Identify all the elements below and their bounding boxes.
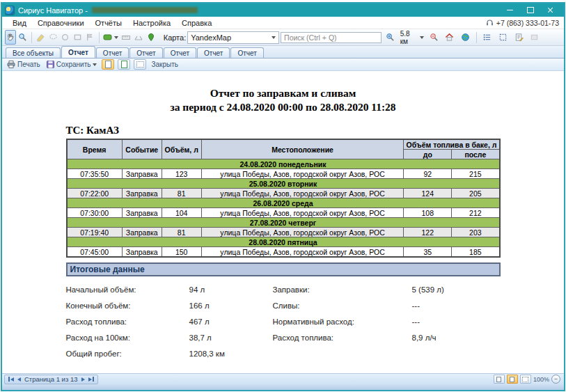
cell-after: 203 (452, 228, 500, 237)
cell-before: 124 (404, 189, 452, 198)
cell-volume: 104 (162, 208, 201, 218)
zoom-in-button[interactable] (383, 30, 398, 45)
menu-help[interactable]: Справка (176, 19, 217, 27)
tab-report-4[interactable]: Отчет (164, 47, 196, 58)
hand-icon (6, 33, 15, 42)
ruler-icon (121, 33, 131, 42)
rect-select-button[interactable] (72, 30, 83, 45)
menu-reports[interactable]: Отчёты (90, 19, 127, 27)
support-phone: +7 (863) 333-01-73 (486, 19, 559, 27)
menu-view[interactable]: Вид (7, 19, 32, 27)
view-single-page-button[interactable] (494, 375, 505, 384)
chevron-down-icon (420, 36, 424, 39)
circle-select-button[interactable] (60, 30, 71, 45)
zoom-out-button[interactable] (427, 30, 441, 45)
day-label: 28.08.2020 пятница (67, 237, 500, 247)
next-page-button[interactable] (81, 377, 85, 382)
disabled-tool-button[interactable] (527, 30, 542, 45)
report-body: Отчет по заправкам и сливам за период с … (66, 71, 501, 366)
cell-event: Заправка (122, 208, 162, 218)
tab-all-objects[interactable]: Все объекты (6, 47, 61, 58)
page-width-button[interactable] (118, 59, 130, 70)
window-bottom-strip (2, 384, 564, 390)
cell-location: улица Победы, Азов, городской округ Азов… (201, 228, 404, 237)
tab-report-6[interactable]: Отчет (230, 47, 263, 58)
ruler-path-button[interactable] (133, 30, 144, 45)
zoom-select-button[interactable] (17, 30, 29, 45)
cell-time: 07:45:00 (67, 247, 123, 258)
day-band: 25.08.2020 вторник (67, 179, 500, 189)
tab-report-2[interactable]: Отчет (96, 47, 129, 58)
col-time: Время (67, 139, 123, 159)
menu-settings[interactable]: Настройка (127, 19, 176, 27)
ruler-button[interactable] (120, 30, 132, 45)
titlebar[interactable]: Сириус Навигатор - (2, 3, 564, 17)
view-multi-page-button[interactable] (520, 375, 531, 384)
print-button[interactable]: Печать (6, 61, 42, 68)
headset-icon (486, 19, 494, 26)
map-scale-dropdown[interactable]: 5.8 км (399, 30, 425, 45)
lasso-button[interactable] (47, 30, 58, 45)
edit-area-button[interactable] (36, 30, 47, 45)
last-page-icon (93, 377, 94, 382)
summary-label: Заправки: (273, 285, 412, 294)
map-select[interactable]: YandexMap (187, 31, 279, 44)
close-button[interactable] (540, 3, 560, 17)
close-report-button[interactable]: Закрыть (150, 61, 180, 68)
view-fit-width-button[interactable] (507, 375, 518, 384)
cell-time: 07:30:00 (67, 208, 123, 218)
notes-icon (514, 33, 524, 42)
save-label: Сохранить (56, 61, 91, 68)
cell-event: Заправка (122, 189, 162, 198)
cell-event: Заправка (122, 228, 162, 237)
zoom-out-slider-button[interactable]: − (551, 375, 560, 384)
maximize-button[interactable] (520, 3, 540, 17)
track-button[interactable] (146, 30, 157, 45)
summary-label: Общий пробег: (66, 350, 189, 358)
vehicle-title: ТС: КамАЗ (66, 125, 501, 136)
cell-before: 35 (404, 247, 452, 258)
map-scale-value: 5.8 км (400, 30, 418, 45)
notes-button[interactable] (512, 30, 526, 45)
close-icon (547, 7, 553, 13)
cell-time: 07:19:40 (67, 228, 123, 237)
rect-select-icon (73, 33, 82, 42)
menu-directories[interactable]: Справочники (32, 19, 90, 27)
toolbar-separator (476, 32, 477, 43)
cell-volume: 150 (162, 247, 201, 258)
magnifier-icon (18, 33, 27, 42)
summary-value: --- (412, 301, 501, 310)
pan-tool-button[interactable] (5, 30, 16, 45)
page-green-icon (121, 61, 127, 68)
home-button[interactable] (443, 30, 457, 45)
tab-report-active[interactable]: Отчет (61, 46, 95, 58)
tab-report-3[interactable]: Отчет (129, 47, 162, 58)
object-list-button[interactable] (480, 30, 495, 45)
page-view-button[interactable] (102, 59, 114, 70)
save-button[interactable]: Сохранить (45, 61, 99, 68)
last-page-button[interactable] (88, 377, 94, 382)
map-select-value: YandexMap (191, 33, 231, 42)
summary-value: 38,7 л (189, 334, 273, 342)
first-page-button[interactable] (8, 377, 14, 382)
layers-button[interactable] (102, 30, 119, 45)
tab-label: Отчет (103, 49, 122, 57)
selection-frame-button[interactable] (496, 30, 510, 45)
last-page-icon (88, 377, 92, 382)
first-page-icon (10, 377, 14, 382)
tab-report-5[interactable]: Отчет (197, 47, 230, 58)
redacted-company-name (92, 7, 198, 13)
day-label: 26.08.2020 среда (67, 198, 500, 208)
prev-page-button[interactable] (17, 377, 21, 382)
fit-page-button[interactable] (134, 59, 146, 70)
maximize-icon (527, 7, 534, 13)
summary-grid: Начальный объём: 94 л Заправки: 5 (539 л… (66, 285, 501, 366)
search-input[interactable] (281, 32, 382, 43)
chevron-down-icon (272, 36, 276, 39)
minimize-button[interactable] (500, 3, 520, 17)
cell-location: улица Победы, Азов, городской округ Азов… (201, 189, 404, 198)
flag-button[interactable] (84, 30, 95, 45)
globe-button[interactable] (458, 30, 473, 45)
cell-volume: 81 (162, 189, 201, 198)
report-title-line1: Отчет по заправкам и сливам (66, 86, 501, 100)
